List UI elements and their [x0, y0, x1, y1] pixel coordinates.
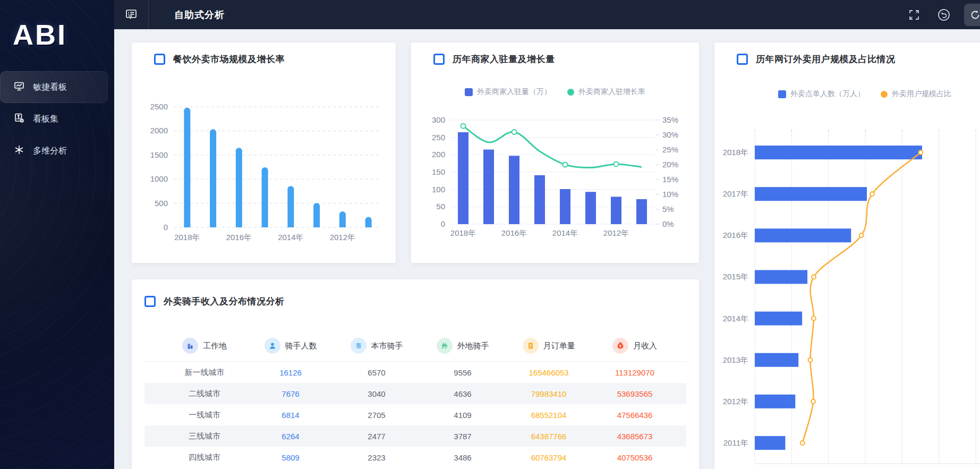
- table-cell: 二线城市: [161, 389, 248, 399]
- moneybag-icon: ¥: [612, 338, 628, 354]
- bar: [210, 132, 216, 227]
- refresh-button[interactable]: [964, 4, 980, 26]
- svg-text:1500: 1500: [150, 150, 168, 159]
- svg-text:2015年: 2015年: [723, 272, 748, 281]
- table-column-header: 工作地: [161, 338, 248, 354]
- svg-text:50: 50: [436, 202, 445, 211]
- svg-text:2018年: 2018年: [174, 233, 200, 242]
- panel-list-toggle-button[interactable]: [114, 0, 148, 29]
- table-cell: 53693565: [592, 389, 678, 398]
- legend-item-user-share[interactable]: 外卖用户规模占比: [881, 89, 951, 99]
- table-cell: 6264: [248, 432, 334, 441]
- svg-text:外: 外: [441, 343, 448, 349]
- table-cell: 68552104: [506, 411, 592, 420]
- bar: [755, 353, 798, 367]
- svg-text:2012年: 2012年: [603, 228, 629, 237]
- multidim-analysis-icon: [14, 144, 24, 157]
- undo-button[interactable]: [934, 5, 953, 24]
- svg-text:1000: 1000: [150, 174, 168, 183]
- legend-swatch: [465, 88, 473, 96]
- svg-text:2014年: 2014年: [552, 228, 578, 237]
- table-cell: 64387766: [506, 432, 592, 441]
- table-cell: 43685673: [592, 432, 678, 441]
- sidebar-item-multidim-analysis[interactable]: 多维分析: [0, 135, 108, 167]
- table-cell: 新一线城市: [161, 368, 248, 378]
- table-cell: 6814: [248, 411, 334, 420]
- fullscreen-button[interactable]: [905, 5, 924, 24]
- column-label: 月订单量: [543, 341, 575, 351]
- svg-text:15%: 15%: [662, 175, 678, 184]
- legend-item-merchant-growth[interactable]: 外卖商家入驻增长率: [567, 87, 645, 97]
- bar: [287, 189, 294, 227]
- table-cell: 四线城市: [161, 453, 248, 463]
- card-market-size-chart: 餐饮外卖市场规模及增长率 050010001500200025002018年20…: [132, 42, 396, 263]
- svg-text:市: 市: [355, 343, 361, 349]
- card-user-scale-chart: 历年网订外卖用户规模及占比情况 外卖点单人数（万人） 外卖用户规模占比 2018…: [714, 42, 980, 469]
- table-row: 一线城市6814270541096855210447566436: [144, 404, 686, 425]
- table-cell: 9556: [420, 368, 506, 377]
- svg-text:10%: 10%: [662, 190, 678, 199]
- legend-swatch: [567, 89, 574, 96]
- svg-text:2018年: 2018年: [450, 228, 476, 237]
- table-header-row: 工作地 骑手人数 市 本市骑手 外 外地骑手 月订单量 ¥ 月收入: [132, 330, 699, 361]
- svg-text:30%: 30%: [662, 130, 678, 139]
- dashboard-set-icon: [14, 113, 24, 125]
- svg-text:2011年: 2011年: [723, 438, 748, 447]
- card-title: 餐饮外卖市场规模及增长率: [173, 53, 285, 65]
- svg-text:2012年: 2012年: [723, 397, 748, 406]
- table-cell: 4109: [420, 411, 506, 420]
- svg-text:0: 0: [164, 223, 168, 232]
- card-select-checkbox[interactable]: [433, 54, 445, 65]
- svg-text:2014年: 2014年: [278, 233, 303, 242]
- topbar: 自助式分析: [114, 0, 980, 29]
- bar: [636, 199, 647, 224]
- agile-dashboard-icon: [14, 81, 24, 93]
- users-hbar-chart: 2018年2017年2016年2015年2014年2013年2012年2011年: [714, 122, 980, 469]
- column-label: 本市骑手: [371, 341, 403, 351]
- bar: [509, 156, 519, 224]
- legend-swatch: [881, 91, 888, 98]
- clipboard-icon: [523, 338, 539, 354]
- svg-text:2014年: 2014年: [723, 314, 748, 323]
- svg-text:2018年: 2018年: [723, 148, 748, 157]
- legend-item-merchant-count[interactable]: 外卖商家入驻量（万）: [465, 87, 551, 97]
- card-select-checkbox[interactable]: [154, 54, 165, 65]
- legend-item-user-count[interactable]: 外卖点单人数（万人）: [778, 89, 865, 99]
- table-cell: 2477: [334, 432, 420, 441]
- svg-text:2012年: 2012年: [330, 233, 355, 242]
- svg-text:2013年: 2013年: [723, 355, 748, 364]
- building-icon: [182, 338, 198, 354]
- table-cell: 47566436: [592, 411, 678, 420]
- svg-text:500: 500: [155, 199, 168, 208]
- bar: [755, 395, 795, 408]
- sidebar-item-dashboard-set[interactable]: 看板集: [0, 103, 108, 135]
- sidebar-menu: 敏捷看板 看板集: [0, 71, 114, 167]
- svg-text:5%: 5%: [662, 204, 674, 214]
- svg-text:0: 0: [441, 219, 445, 228]
- svg-text:2016年: 2016年: [501, 228, 527, 237]
- sidebar-item-label: 敏捷看板: [33, 82, 67, 93]
- bar: [611, 197, 621, 224]
- table-cell: 6570: [334, 368, 420, 377]
- svg-text:100: 100: [432, 185, 445, 194]
- svg-text:25%: 25%: [662, 145, 678, 154]
- table-body: 新一线城市1612665709556165466053113129070二线城市…: [144, 362, 686, 468]
- sidebar-item-agile-dashboard[interactable]: 敏捷看板: [0, 71, 108, 103]
- svg-text:200: 200: [432, 150, 445, 159]
- char_shi-icon: 市: [351, 338, 367, 354]
- table-row: 新一线城市1612665709556165466053113129070: [144, 362, 686, 383]
- svg-text:150: 150: [432, 167, 445, 176]
- column-label: 外地骑手: [457, 341, 489, 351]
- table-cell: 7676: [248, 389, 334, 398]
- bar: [585, 192, 596, 224]
- bar: [262, 170, 268, 227]
- chart-legend: 外卖点单人数（万人） 外卖用户规模占比: [714, 89, 980, 99]
- card-select-checkbox[interactable]: [144, 296, 156, 307]
- legend-swatch: [778, 90, 786, 98]
- svg-text:35%: 35%: [662, 115, 678, 124]
- card-rider-income-table: 外卖骑手收入及分布情况分析 工作地 骑手人数 市 本市骑手 外 外地骑手 月订单…: [132, 279, 699, 469]
- svg-text:0%: 0%: [662, 219, 674, 228]
- bar: [755, 146, 922, 159]
- card-select-checkbox[interactable]: [737, 54, 748, 65]
- svg-text:20%: 20%: [662, 160, 678, 169]
